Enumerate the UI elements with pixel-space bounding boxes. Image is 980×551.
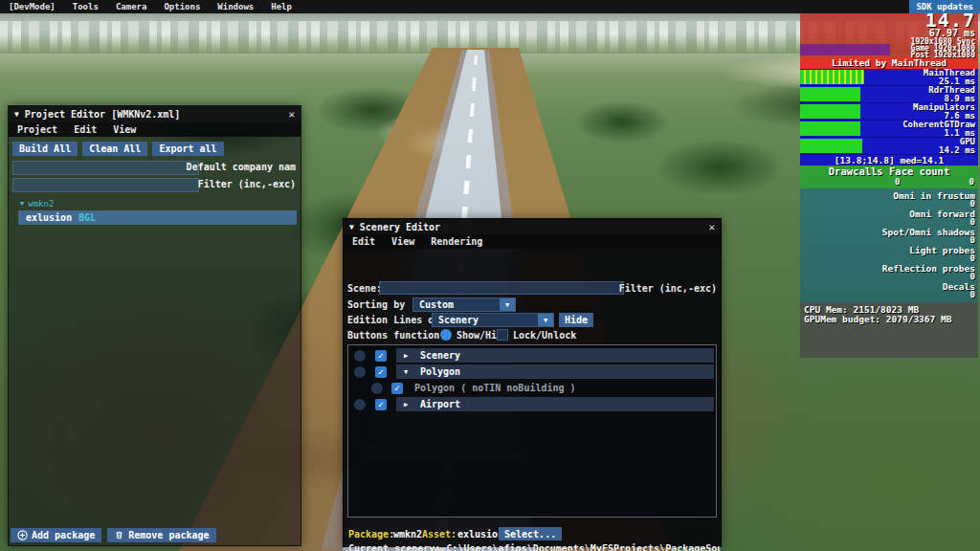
collapse-icon[interactable]: ▼ [14,110,19,119]
menu-options[interactable]: Options [155,2,209,11]
tree-row-bar[interactable]: ▼ Polygon [396,364,714,379]
tree-row-polygon[interactable]: ✓ ▼ Polygon [350,364,714,379]
drawcalls-banner: Drawcalls Face count 0 0 [800,165,978,188]
clean-all-button[interactable]: Clean All [82,142,147,156]
checkbox-checked-icon[interactable]: ✓ [375,399,387,410]
checkbox-checked-icon[interactable]: ✓ [375,350,387,362]
trash-icon [114,530,124,540]
scenery-tree-panel: ✓ ▶ Scenery ✓ ▼ Polygon ✓ [347,344,717,518]
hide-button[interactable]: Hide [559,313,593,327]
sorting-value: Custom [413,299,500,310]
package-tree-node[interactable]: ▼ wmkn2 [20,199,301,209]
package-name: wmkn2 [28,199,54,209]
asset-value: exlusion [457,529,503,540]
package-value: wmkn2 [393,529,422,540]
perf-bar-fill [800,87,860,101]
perf-bar-fill [800,121,860,136]
project-editor-titlebar[interactable]: ▼ Project Editor [WMKNv2.xml] ✕ [9,106,301,122]
menu-project[interactable]: Project [17,124,57,135]
expand-icon[interactable]: ▶ [404,401,412,408]
render-stats-panel: Omni in frustum 0 Omni forward 0 Spot/Om… [800,188,978,302]
edition-lines-label: Edition Lines of [347,315,439,325]
project-filter-input[interactable] [12,178,199,192]
menu-help[interactable]: Help [262,2,301,11]
show-hide-radio[interactable] [440,329,452,341]
project-editor-toolbar: Build All Clean All Export all [9,137,301,159]
filter-field-row: Filter (inc,-exc) [12,178,297,193]
visibility-circle-button[interactable] [354,399,366,410]
tree-row-bar[interactable]: ▶ Airport [396,397,714,411]
sorting-by-label: Sorting by : [347,299,416,310]
checkbox-checked-icon[interactable]: ✓ [391,383,403,394]
menu-edit[interactable]: Edit [352,236,375,247]
stat-label: Omni in frustum [893,191,975,200]
project-editor-body: Build All Clean All Export all Default c… [9,137,301,545]
close-icon[interactable]: ✕ [708,221,715,233]
project-editor-window: ▼ Project Editor [WMKNv2.xml] ✕ Project … [8,105,301,546]
stat-omni-forward: Omni forward 0 [800,209,975,227]
scene-label: Scene: [347,283,382,294]
menu-windows[interactable]: Windows [209,2,262,11]
scenery-editor-menu: Edit View Rendering [344,234,721,249]
edition-lines-value: Scenery [433,315,538,325]
checkbox-checked-icon[interactable]: ✓ [375,366,387,378]
tree-row-scenery[interactable]: ✓ ▶ Scenery [350,348,714,363]
fps-value: 14.7 [925,12,975,29]
scenery-editor-titlebar[interactable]: ▼ Scenery Editor ✕ [344,219,721,234]
tree-row-bar[interactable]: ▶ Scenery [396,348,714,363]
collapse-icon[interactable]: ▼ [20,200,24,208]
tree-row-airport[interactable]: ✓ ▶ Airport [350,397,714,411]
chevron-down-icon[interactable]: ▼ [500,298,515,311]
tree-row-polygon-child[interactable]: ✓ Polygon ( noTIN noBuilding ) [350,381,714,395]
scenery-editor-window: ▼ Scenery Editor ✕ Edit View Rendering S… [343,218,722,547]
visibility-circle-button[interactable] [354,350,366,362]
devmode-menu-bar: [DevMode] Tools Camera Options Windows H… [0,0,980,13]
remove-package-button[interactable]: Remove package [107,528,215,542]
scene-input[interactable] [379,281,624,295]
perf-bar-fill [800,139,862,153]
tree-cluster [574,100,670,143]
asset-name: exlusion [26,212,72,223]
visibility-circle-button[interactable] [371,383,383,394]
stat-light-probes: Light probes 0 [800,246,975,263]
stat-label: Omni forward [909,209,975,218]
visibility-circle-button[interactable] [354,366,366,378]
stat-value: 0 [970,291,975,299]
stat-omni-in-frustum: Omni in frustum 0 [800,191,975,209]
resolution-line: Post 1920x1080 [911,52,975,58]
lock-unlock-checkbox[interactable] [497,329,508,341]
menu-rendering[interactable]: Rendering [431,236,482,247]
expand-icon[interactable]: ▶ [404,352,412,360]
menu-camera[interactable]: Camera [107,2,156,11]
menu-tools[interactable]: Tools [64,2,107,11]
company-field-label: Default company nam [187,162,296,172]
export-all-button[interactable]: Export all [152,142,223,156]
edition-lines-dropdown[interactable]: Scenery ▼ [432,313,554,327]
menu-devmode[interactable]: [DevMode] [0,2,64,11]
select-asset-button[interactable]: Select... [499,527,562,540]
facecount-value: 0 [969,177,974,187]
plus-circle-icon [17,530,28,540]
default-company-input[interactable] [12,161,199,175]
perf-bar-fill [800,104,860,119]
stat-spot-omni-shadows: Spot/Omni shadows 0 [800,228,975,245]
package-asset-row: Package: wmkn2 Asset: exlusion Select... [348,527,717,542]
stat-value: 0 [970,273,975,281]
add-package-button[interactable]: Add package [11,528,101,542]
collapse-icon[interactable]: ▼ [404,368,412,376]
scenery-editor-body: Scene: Filter (inc,-exc) Sorting by : Cu… [344,249,721,546]
sorting-dropdown[interactable]: Custom ▼ [412,298,516,312]
menu-view[interactable]: View [113,124,136,135]
asset-type: BGL [78,212,96,223]
menu-view[interactable]: View [391,236,414,247]
collapse-icon[interactable]: ▼ [349,223,354,231]
build-all-button[interactable]: Build All [12,142,78,156]
chevron-down-icon[interactable]: ▼ [538,314,553,326]
stat-label: Light probes [909,246,975,254]
close-icon[interactable]: ✕ [288,108,295,121]
sdk-updates-button[interactable]: SDK updates [909,0,980,13]
scene-filter-label: Filter (inc,-exc) [619,283,717,294]
project-editor-menu: Project Edit View [9,122,301,137]
menu-edit[interactable]: Edit [74,124,97,135]
asset-tree-node-selected[interactable]: exlusion BGL [18,210,297,225]
